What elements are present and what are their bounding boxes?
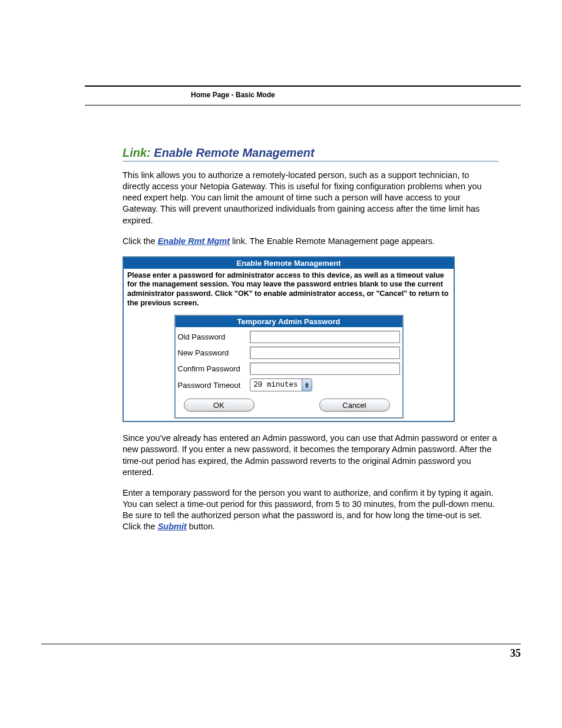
old-password-input[interactable] [250,331,400,343]
cancel-button[interactable]: Cancel [319,398,390,411]
after-paragraph-1: Since you've already has entered an Admi… [123,433,498,478]
password-timeout-select[interactable]: 20 minutes [250,378,312,391]
chevron-up-icon [305,383,309,385]
after2-after: button. [187,522,215,531]
heading-title: Enable Remote Management [154,146,314,159]
click-before: Click the [123,236,158,246]
inner-table-title: Temporary Admin Password [176,316,402,327]
submit-link[interactable]: Submit [158,522,187,531]
page: Home Page - Basic Mode Link: Enable Remo… [0,0,562,728]
row-old-password: Old Password [178,331,400,343]
label-password-timeout: Password Timeout [178,381,250,390]
click-after: link. The Enable Remote Management page … [230,236,435,246]
click-paragraph: Click the Enable Rmt Mgmt link. The Enab… [123,236,498,247]
heading-prefix: Link: [123,146,151,159]
stepper-icon [302,379,312,391]
button-row: OK Cancel [178,395,400,416]
temp-admin-password-table: Temporary Admin Password Old Password Ne… [174,315,404,419]
label-confirm-password: Confirm Password [178,364,250,373]
label-old-password: Old Password [178,332,250,341]
password-timeout-value: 20 minutes [250,379,302,391]
figure-title: Enable Remote Management [124,258,454,269]
sub-rule [85,105,521,106]
row-confirm-password: Confirm Password [178,363,400,375]
figure-instructions: Please enter a password for administrato… [124,269,454,313]
row-new-password: New Password [178,347,400,359]
enable-rmt-mgmt-link[interactable]: Enable Rmt Mgmt [158,236,230,246]
intro-paragraph: This link allows you to authorize a remo… [123,170,498,226]
after-paragraph-2: Enter a temporary password for the perso… [123,487,498,533]
section-heading: Link: Enable Remote Management [123,146,498,162]
chevron-down-icon [305,386,309,388]
bottom-rule [41,644,521,644]
running-head: Home Page - Basic Mode [191,91,275,99]
top-rule [85,85,521,87]
content: Link: Enable Remote Management This link… [123,146,498,542]
row-password-timeout: Password Timeout 20 minutes [178,378,400,391]
confirm-password-input[interactable] [250,363,400,375]
ok-button[interactable]: OK [184,398,254,411]
inner-rows: Old Password New Password Confirm Passwo… [176,327,402,417]
inner-table-wrap: Temporary Admin Password Old Password Ne… [124,312,454,421]
figure-enable-remote-management: Enable Remote Management Please enter a … [123,256,455,423]
new-password-input[interactable] [250,347,400,359]
label-new-password: New Password [178,348,250,357]
page-number: 35 [510,647,521,660]
